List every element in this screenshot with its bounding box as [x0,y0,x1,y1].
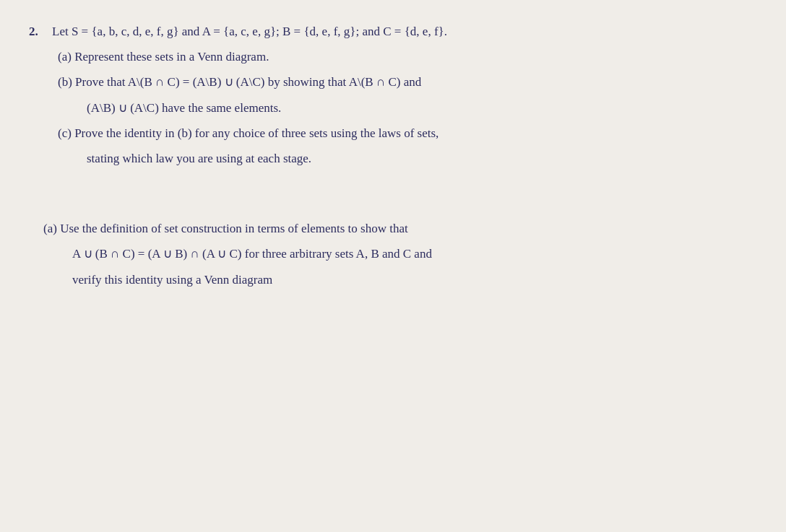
secondary-part-a-line1: (a) Use the definition of set constructi… [43,219,757,238]
divider [29,190,757,212]
question-2-part-b-line2: (A\B) ∪ (A\C) have the same elements. [87,98,757,118]
part-b-text-line1: Prove that A\(B ∩ C) = (A\B) ∪ (A\C) by … [75,75,421,89]
part-b-label: (b) [58,75,72,89]
secondary-part-a-label: (a) [43,222,57,235]
question-2-part-b-line1: (b) Prove that A\(B ∩ C) = (A\B) ∪ (A\C)… [58,72,757,92]
question-number: 2. [29,22,49,41]
secondary-question-block: (a) Use the definition of set constructi… [36,219,757,289]
part-c-label: (c) [58,126,72,140]
question-2-part-c-line1: (c) Prove the identity in (b) for any ch… [58,123,757,143]
part-c-text-line1: Prove the identity in (b) for any choice… [74,126,439,140]
secondary-part-a-line2: A ∪ (B ∩ C) = (A ∪ B) ∩ (A ∪ C) for thre… [72,244,757,263]
secondary-part-a-text2: A ∪ (B ∩ C) = (A ∪ B) ∩ (A ∪ C) for thre… [72,247,432,261]
question-2-intro-line: 2. Let S = {a, b, c, d, e, f, g} and A =… [29,22,757,41]
question-2-block: 2. Let S = {a, b, c, d, e, f, g} and A =… [29,22,757,168]
question-2-intro-text: Let S = {a, b, c, d, e, f, g} and A = {a… [52,22,447,41]
secondary-part-a-text3: verify this identity using a Venn diagra… [72,273,272,287]
secondary-part-a-line3: verify this identity using a Venn diagra… [72,270,757,289]
secondary-part-a-text1: Use the definition of set construction i… [60,222,408,235]
page-content: 2. Let S = {a, b, c, d, e, f, g} and A =… [29,22,757,289]
part-b-text-line2: (A\B) ∪ (A\C) have the same elements. [87,101,281,115]
part-c-text-line2: stating which law you are using at each … [87,152,311,165]
part-a-text: Represent these sets in a Venn diagram. [74,50,269,64]
part-a-label: (a) [58,50,72,64]
question-2-part-c-line2: stating which law you are using at each … [87,149,757,168]
question-2-part-a: (a) Represent these sets in a Venn diagr… [58,47,757,66]
